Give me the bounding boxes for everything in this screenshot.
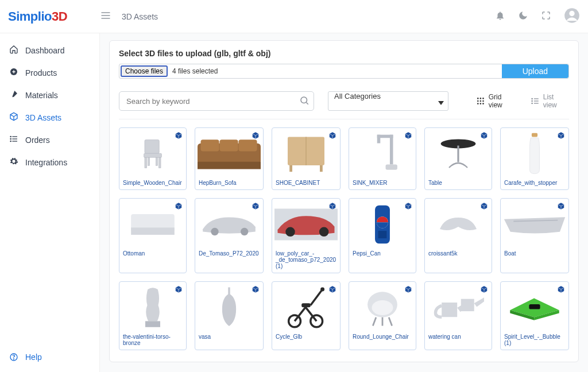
cube-icon bbox=[557, 285, 565, 295]
svg-rect-45 bbox=[320, 165, 323, 172]
asset-grid: Simple_Wooden_ChairHepBurn_SofaSHOE_CABI… bbox=[119, 127, 569, 350]
svg-point-25 bbox=[532, 98, 532, 99]
list-view-toggle[interactable]: List view bbox=[531, 93, 569, 109]
svg-rect-33 bbox=[145, 157, 147, 168]
svg-point-24 bbox=[482, 103, 484, 104]
asset-name: Boat bbox=[503, 248, 566, 258]
asset-name: Round_Lounge_Chair bbox=[351, 331, 413, 341]
cube-icon bbox=[252, 131, 260, 141]
grid-view-toggle[interactable]: Grid view bbox=[476, 93, 517, 109]
svg-point-55 bbox=[211, 228, 218, 235]
svg-point-69 bbox=[320, 287, 324, 291]
asset-card[interactable]: Round_Lounge_Chair bbox=[349, 281, 416, 350]
asset-card[interactable]: Ottoman bbox=[119, 198, 187, 273]
svg-rect-73 bbox=[529, 304, 540, 309]
asset-card[interactable]: Table bbox=[424, 127, 492, 190]
asset-card[interactable]: low_poly_car_-_de_tomaso_p72_2020 (1) bbox=[272, 198, 341, 273]
asset-name: Cycle_Glb bbox=[274, 331, 338, 341]
dark-mode-icon[interactable] bbox=[518, 10, 528, 22]
sidebar-item-dashboard[interactable]: Dashboard bbox=[0, 39, 99, 61]
svg-rect-44 bbox=[289, 165, 292, 172]
asset-card[interactable]: De_Tomaso_P72_2020 bbox=[195, 198, 264, 273]
svg-rect-52 bbox=[532, 133, 537, 137]
asset-card[interactable]: SINK_MIXER bbox=[349, 127, 416, 190]
svg-point-71 bbox=[372, 300, 393, 315]
asset-card[interactable]: Cycle_Glb bbox=[272, 281, 341, 350]
chevron-down-icon bbox=[438, 99, 444, 107]
sidebar-item-label: 3D Assets bbox=[25, 113, 61, 122]
svg-point-9 bbox=[10, 136, 11, 137]
user-avatar-icon[interactable] bbox=[564, 7, 580, 25]
plus-circle-icon bbox=[9, 67, 18, 78]
sidebar-item-orders[interactable]: Orders bbox=[0, 129, 99, 151]
cube-icon bbox=[404, 202, 412, 212]
svg-point-11 bbox=[10, 141, 11, 141]
cube-icon bbox=[480, 202, 488, 212]
gear-icon bbox=[9, 157, 18, 168]
asset-card[interactable]: SHOE_CABINET bbox=[272, 127, 341, 190]
sidebar-item-integrations[interactable]: Integrations bbox=[0, 151, 99, 173]
asset-card[interactable]: Pepsi_Can bbox=[349, 198, 416, 273]
asset-name: the-valentini-torso-bronze bbox=[122, 331, 184, 347]
bell-icon[interactable] bbox=[495, 10, 505, 22]
asset-name: SINK_MIXER bbox=[351, 177, 413, 187]
svg-line-15 bbox=[306, 102, 308, 104]
svg-rect-54 bbox=[131, 227, 175, 235]
cube-icon bbox=[480, 131, 488, 141]
sidebar-item-label: Orders bbox=[25, 135, 50, 145]
svg-rect-48 bbox=[377, 135, 381, 144]
help-link[interactable]: Help bbox=[0, 344, 99, 372]
svg-rect-40 bbox=[239, 140, 257, 151]
svg-point-27 bbox=[532, 100, 532, 101]
search-icon bbox=[299, 95, 310, 107]
svg-point-17 bbox=[480, 98, 482, 99]
grid-view-label: Grid view bbox=[489, 93, 517, 109]
brand-logo: Simplio3D bbox=[8, 9, 100, 24]
svg-rect-46 bbox=[390, 135, 393, 165]
list-icon bbox=[9, 134, 18, 145]
asset-card[interactable]: Carafe_with_stopper bbox=[500, 127, 569, 190]
asset-card[interactable]: Boat bbox=[500, 198, 569, 273]
sidebar-item-materials[interactable]: Materials bbox=[0, 84, 99, 106]
asset-name: Carafe_with_stopper bbox=[503, 177, 566, 187]
svg-point-10 bbox=[10, 138, 11, 139]
asset-name: Pepsi_Can bbox=[351, 248, 413, 258]
asset-card[interactable]: the-valentini-torso-bronze bbox=[119, 281, 187, 350]
upload-button[interactable]: Upload bbox=[502, 64, 568, 78]
cube-icon bbox=[328, 285, 336, 295]
svg-rect-36 bbox=[156, 157, 158, 165]
asset-card[interactable]: watering can bbox=[424, 281, 492, 350]
svg-point-14 bbox=[301, 97, 307, 103]
menu-toggle-icon[interactable] bbox=[100, 10, 111, 23]
home-icon bbox=[9, 45, 18, 56]
svg-point-56 bbox=[241, 228, 248, 235]
asset-card[interactable]: Spirit_Level_-_Bubble (1) bbox=[500, 281, 569, 350]
asset-name: watering can bbox=[427, 331, 489, 341]
sidebar-item-products[interactable]: Products bbox=[0, 61, 99, 84]
cube-icon bbox=[328, 131, 336, 141]
svg-point-20 bbox=[480, 100, 482, 102]
category-select[interactable]: All Categories bbox=[328, 91, 448, 111]
asset-name: vasa bbox=[198, 331, 261, 341]
svg-rect-35 bbox=[148, 157, 150, 165]
sidebar-item-3d-assets[interactable]: 3D Assets bbox=[0, 106, 99, 129]
file-status-text: 4 files selected bbox=[169, 67, 502, 75]
asset-name: croissant5k bbox=[427, 248, 489, 258]
choose-files-button[interactable]: Choose files bbox=[121, 65, 168, 77]
cube-icon bbox=[175, 202, 183, 212]
svg-rect-32 bbox=[144, 153, 162, 157]
asset-card[interactable]: croissant5k bbox=[424, 198, 492, 273]
cube-icon bbox=[9, 112, 18, 123]
asset-card[interactable]: Simple_Wooden_Chair bbox=[119, 127, 187, 190]
sidebar-item-label: Materials bbox=[25, 91, 58, 100]
search-input[interactable] bbox=[119, 91, 314, 111]
fullscreen-icon[interactable] bbox=[541, 10, 551, 22]
asset-name: De_Tomaso_P72_2020 bbox=[198, 248, 261, 258]
asset-card[interactable]: HepBurn_Sofa bbox=[195, 127, 264, 190]
svg-line-68 bbox=[311, 289, 323, 305]
list-view-label: List view bbox=[543, 93, 569, 109]
sidebar-item-label: Products bbox=[25, 68, 57, 78]
brush-icon bbox=[9, 90, 18, 100]
asset-card[interactable]: vasa bbox=[195, 281, 264, 350]
cube-icon bbox=[175, 131, 183, 141]
